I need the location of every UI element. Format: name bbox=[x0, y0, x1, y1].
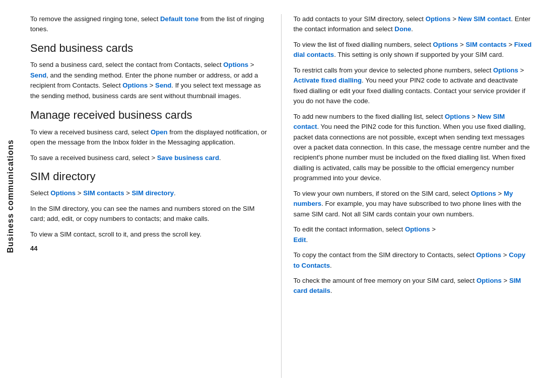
new-sim-contact-link-1[interactable]: New SIM contact bbox=[458, 15, 511, 23]
options-link-r5[interactable]: Options bbox=[471, 190, 496, 197]
right-para7: To copy the contact from the SIM directo… bbox=[294, 250, 532, 271]
options-link-r6[interactable]: Options bbox=[405, 225, 430, 233]
done-link[interactable]: Done bbox=[394, 25, 411, 33]
intro-text-before: To remove the assigned ringing tone, sel… bbox=[30, 15, 160, 23]
right-para6: To edit the contact information, select … bbox=[294, 224, 532, 245]
options-link-2[interactable]: Options bbox=[122, 82, 148, 89]
send-link-1[interactable]: Send bbox=[30, 71, 46, 79]
sidebar: Business communications bbox=[0, 0, 21, 392]
right-para1: To add contacts to your SIM directory, s… bbox=[294, 14, 532, 35]
options-link-r3[interactable]: Options bbox=[493, 66, 518, 74]
save-business-card-link[interactable]: Save business card bbox=[157, 154, 219, 162]
open-link[interactable]: Open bbox=[151, 128, 168, 136]
sim-directory-para2: To view a SIM contact, scroll to it, and… bbox=[30, 229, 269, 240]
intro-paragraph: To remove the assigned ringing tone, sel… bbox=[30, 14, 269, 35]
sim-directory-link[interactable]: SIM directory bbox=[132, 189, 174, 197]
sidebar-label: Business communications bbox=[6, 139, 15, 253]
options-link-r4[interactable]: Options bbox=[445, 113, 470, 120]
send-business-cards-para1: To send a business card, select the cont… bbox=[30, 60, 269, 101]
page-number: 44 bbox=[30, 245, 269, 252]
options-link-3[interactable]: Options bbox=[50, 189, 76, 197]
options-link-r1[interactable]: Options bbox=[426, 15, 451, 23]
activate-fixed-dialling-link[interactable]: Activate fixed dialling bbox=[294, 76, 362, 84]
options-link-1[interactable]: Options bbox=[223, 61, 248, 68]
sim-contacts-link-1[interactable]: SIM contacts bbox=[83, 189, 124, 197]
options-link-r8[interactable]: Options bbox=[477, 277, 502, 284]
manage-received-title: Manage received business cards bbox=[30, 108, 269, 122]
right-para4: To add new numbers to the fixed dialling… bbox=[294, 112, 532, 184]
right-column: To add contacts to your SIM directory, s… bbox=[282, 14, 545, 378]
sim-contacts-link-2[interactable]: SIM contacts bbox=[465, 41, 506, 48]
left-column: To remove the assigned ringing tone, sel… bbox=[21, 14, 282, 378]
sim-directory-intro: Select Options > SIM contacts > SIM dire… bbox=[30, 188, 269, 198]
right-para8: To check the amount of free memory on yo… bbox=[294, 276, 532, 296]
right-para2: To view the list of fixed dialling numbe… bbox=[294, 40, 532, 60]
send-link-2[interactable]: Send bbox=[155, 82, 171, 89]
options-link-r7[interactable]: Options bbox=[476, 251, 501, 259]
manage-received-para2: To save a received business card, select… bbox=[30, 153, 269, 163]
options-link-r2[interactable]: Options bbox=[433, 41, 458, 48]
sim-directory-title: SIM directory bbox=[30, 170, 269, 183]
send-business-cards-title: Send business cards bbox=[30, 42, 269, 55]
right-para3: To restrict calls from your device to se… bbox=[294, 65, 532, 107]
right-para5: To view your own numbers, if stored on t… bbox=[294, 189, 532, 219]
manage-received-para1: To view a received business card, select… bbox=[30, 127, 269, 148]
sim-directory-para1: In the SIM directory, you can see the na… bbox=[30, 204, 269, 224]
edit-link[interactable]: Edit bbox=[294, 236, 306, 244]
default-tone-link[interactable]: Default tone bbox=[160, 15, 198, 23]
